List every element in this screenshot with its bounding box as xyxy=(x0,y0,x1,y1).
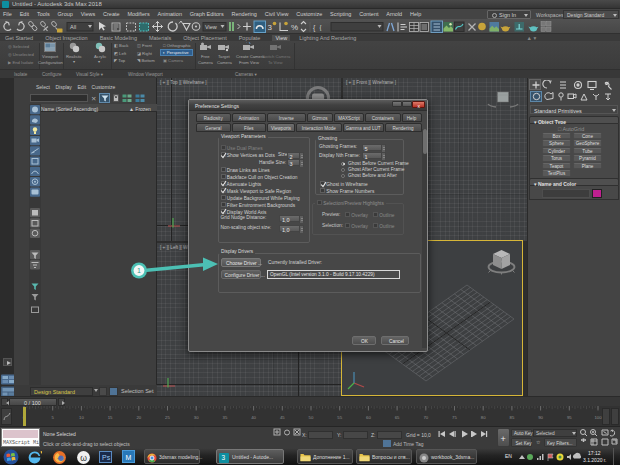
svg-text:75: 75 xyxy=(452,415,457,420)
svg-text:50: 50 xyxy=(309,415,314,420)
svg-text:95: 95 xyxy=(567,415,572,420)
svg-text:80: 80 xyxy=(481,415,486,420)
svg-text:5: 5 xyxy=(52,415,55,420)
svg-text:15: 15 xyxy=(108,415,113,420)
svg-text:All: All xyxy=(70,24,76,30)
svg-text:85: 85 xyxy=(510,415,515,420)
svg-text:40: 40 xyxy=(251,415,256,420)
svg-text:60: 60 xyxy=(366,415,371,420)
svg-text:70: 70 xyxy=(423,415,428,420)
svg-text:45: 45 xyxy=(280,415,285,420)
svg-text:55: 55 xyxy=(337,415,342,420)
svg-text:25: 25 xyxy=(165,415,170,420)
svg-text:3: 3 xyxy=(268,23,273,32)
svg-text:View: View xyxy=(205,24,217,30)
svg-text:ω: ω xyxy=(80,452,87,462)
svg-text:%: % xyxy=(291,23,298,32)
svg-text:10: 10 xyxy=(79,415,84,420)
svg-text:20: 20 xyxy=(136,415,141,420)
svg-text:90: 90 xyxy=(538,415,543,420)
svg-text:30: 30 xyxy=(194,415,199,420)
svg-text:1: 1 xyxy=(137,267,141,274)
svg-text:{｛: {｛ xyxy=(313,24,322,32)
svg-text:35: 35 xyxy=(223,415,228,420)
svg-text:65: 65 xyxy=(395,415,400,420)
